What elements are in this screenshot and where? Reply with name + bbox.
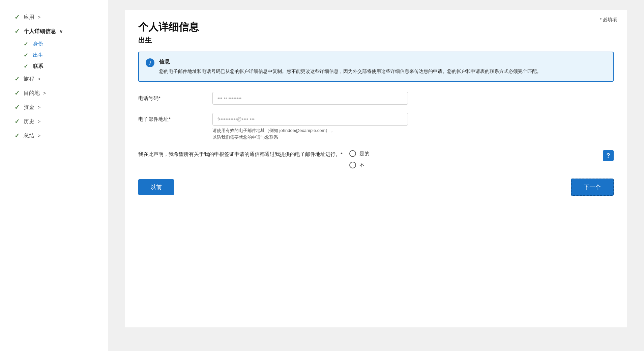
footer-buttons: 以前 下一个 [138,179,614,196]
sidebar-item-zongjie[interactable]: ✓ 总结 > [13,129,101,143]
info-box: i 信息 您的电子邮件地址和电话号码已从您的帐户详细信息中复制。您不能更改这些详… [138,52,614,82]
radio-circle-no [349,162,356,168]
info-text: 您的电子邮件地址和电话号码已从您的帐户详细信息中复制。您不能更改这些详细信息，因… [159,68,541,75]
chevron-yingyong: > [38,15,40,20]
check-icon-zijin: ✓ [13,104,20,111]
sidebar-subitem-lianxi[interactable]: ✓ 联系 [13,61,101,72]
email-input[interactable] [212,113,408,126]
check-icon-yingyong: ✓ [13,14,20,21]
sidebar-label-chusheng: 出生 [33,52,43,58]
chevron-zijin: > [38,105,40,110]
info-icon: i [146,58,154,67]
sidebar-label-yingyong: 应用 [24,14,34,21]
sidebar-label-zijin: 资金 [24,104,34,111]
phone-field-wrap [212,92,408,105]
main-inner: * 必填项 个人详细信息 出生 i 信息 您的电子邮件地址和电话号码已从您的帐户… [125,10,627,327]
chevron-mudidi: > [43,90,46,96]
check-icon-lvcheng: ✓ [13,75,20,83]
chevron-zongjie: > [38,133,40,138]
phone-label: 电话号码* [138,92,206,102]
info-title: 信息 [159,58,541,65]
check-icon-shenfeng: ✓ [24,41,30,47]
check-icon-personal: ✓ [13,28,20,35]
radio-options: 是的 不 [349,148,370,168]
info-icon-letter: i [149,60,151,66]
email-hint: 请使用有效的电子邮件地址（例如 johndoe@example.com），以防我… [212,127,408,140]
radio-row: 我在此声明，我希望所有关于我的申根签证申请的通信都通过我提供的电子邮件地址进行。… [138,148,614,168]
sidebar: ✓ 应用 > ✓ 个人详细信息 ∨ ✓ 身份 ✓ 出生 ✓ 联系 ✓ 旅程 > … [0,0,108,351]
sidebar-item-lvcheng[interactable]: ✓ 旅程 > [13,72,101,86]
radio-label-yes: 是的 [359,151,370,157]
radio-label-no: 不 [359,162,364,168]
sidebar-subitem-shenfeng[interactable]: ✓ 身份 [13,38,101,50]
sidebar-label-lianxi: 联系 [33,63,43,70]
check-icon-zongjie: ✓ [13,132,20,139]
sidebar-item-mudidi[interactable]: ✓ 目的地 > [13,86,101,100]
next-button[interactable]: 下一个 [571,179,614,196]
sidebar-label-lishi: 历史 [24,118,34,125]
radio-option-no[interactable]: 不 [349,162,370,168]
section-subtitle: 出生 [138,36,614,45]
sidebar-label-personal: 个人详细信息 [24,28,56,35]
radio-option-yes[interactable]: 是的 [349,150,370,157]
check-icon-chusheng: ✓ [24,52,30,58]
chevron-personal: ∨ [59,29,63,34]
sidebar-label-mudidi: 目的地 [24,90,40,97]
check-icon-mudidi: ✓ [13,89,20,97]
chevron-lishi: > [38,119,40,124]
main-content: * 必填项 个人详细信息 出生 i 信息 您的电子邮件地址和电话号码已从您的帐户… [108,0,644,351]
page-title: 个人详细信息 [138,20,614,34]
required-note: * 必填项 [600,17,617,23]
phone-form-row: 电话号码* [138,92,614,105]
sidebar-item-yingyong[interactable]: ✓ 应用 > [13,10,101,24]
sidebar-subitem-chusheng[interactable]: ✓ 出生 [13,50,101,61]
radio-circle-yes [349,150,356,157]
sidebar-label-shenfeng: 身份 [33,41,43,47]
chevron-lvcheng: > [38,76,40,82]
email-label: 电子邮件地址* [138,113,206,123]
radio-label-text: 我在此声明，我希望所有关于我的申根签证申请的通信都通过我提供的电子邮件地址进行。… [138,148,343,158]
email-field-wrap: 请使用有效的电子邮件地址（例如 johndoe@example.com），以防我… [212,113,408,140]
sidebar-label-lvcheng: 旅程 [24,76,34,83]
prev-button[interactable]: 以前 [138,179,174,195]
info-content: 信息 您的电子邮件地址和电话号码已从您的帐户详细信息中复制。您不能更改这些详细信… [159,58,541,75]
help-button[interactable]: ? [603,150,614,161]
check-icon-lianxi: ✓ [24,63,30,70]
sidebar-item-personal-detail[interactable]: ✓ 个人详细信息 ∨ [13,24,101,38]
phone-input[interactable] [212,92,408,105]
radio-inner: 是的 不 ? [349,148,614,168]
email-form-row: 电子邮件地址* 请使用有效的电子邮件地址（例如 johndoe@example.… [138,113,614,140]
check-icon-lishi: ✓ [13,118,20,125]
sidebar-label-zongjie: 总结 [24,132,34,139]
sidebar-item-zijin[interactable]: ✓ 资金 > [13,100,101,114]
sidebar-item-lishi[interactable]: ✓ 历史 > [13,114,101,129]
